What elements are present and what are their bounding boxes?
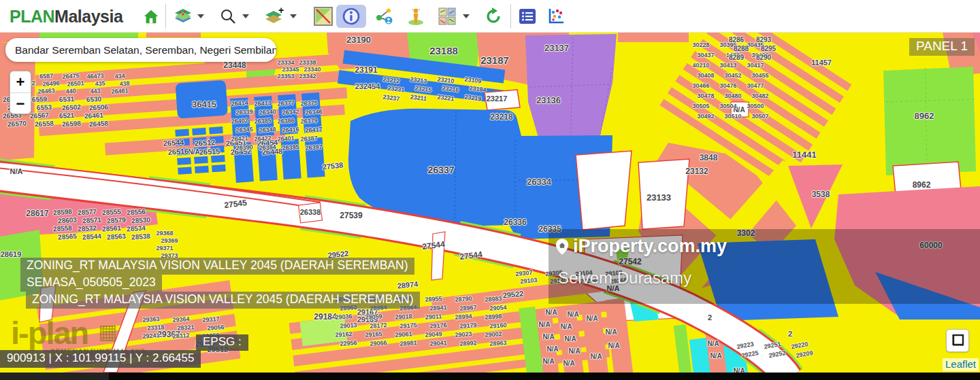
watermark-overlay: iProperty.com.my Selvem Durasamy <box>549 229 980 304</box>
svg-text:+: + <box>278 7 284 16</box>
add-layer-button[interactable]: + <box>263 5 286 28</box>
basemap-button[interactable] <box>312 5 335 28</box>
building-icon: ▦ <box>98 319 117 343</box>
share-network-icon <box>374 7 395 26</box>
location-pin-icon <box>555 238 569 256</box>
panel-grid-dropdown-caret[interactable] <box>463 14 470 18</box>
add-layer-icon: + <box>264 7 284 26</box>
refresh-button[interactable] <box>482 5 505 28</box>
toolbar-divider <box>510 4 511 29</box>
toolbar: PLANMalaysia <box>0 0 980 33</box>
panel-badge: PANEL 1 <box>909 38 975 56</box>
coordinates-readout: 900913 | X : 101.99115 | Y : 2.66455 <box>0 350 201 368</box>
share-network-button[interactable] <box>373 5 396 28</box>
search-dropdown-caret[interactable] <box>242 14 249 18</box>
home-icon <box>142 7 160 25</box>
layers-icon <box>173 7 193 26</box>
legend-overlay-2: SEMASA_050505_2023 <box>20 275 162 292</box>
leaflet-attribution[interactable]: Leaflet <box>943 358 979 371</box>
epsg-label: EPSG : <box>196 334 248 351</box>
iplan-logo: i-plan ▦ SEMENANJUNG MALAYS <box>11 318 88 348</box>
layers-button[interactable] <box>172 5 195 28</box>
street-view-icon <box>406 7 425 26</box>
bottom-bar-segment <box>0 373 109 380</box>
zoom-out-button[interactable]: − <box>10 92 31 114</box>
search-input[interactable]: Bandar Seremban Selatan, Seremban, Neger… <box>5 38 276 62</box>
zoning-map[interactable] <box>0 33 980 380</box>
zoom-control: + − <box>10 71 31 114</box>
chart-button[interactable] <box>544 5 568 28</box>
street-view-button[interactable] <box>404 5 427 28</box>
legend-overlay-1: ZONING_RT MALAYSIA VISION VALLEY 2045 (D… <box>20 258 414 275</box>
toolbar-divider <box>165 4 166 29</box>
legend-overlay-3: ZONING_RT MALAYSIA VISION VALLEY 2045 (D… <box>26 292 420 309</box>
chart-icon <box>546 7 566 26</box>
refresh-icon <box>484 7 503 26</box>
measure-icon <box>950 333 965 348</box>
basemap-icon <box>314 7 333 26</box>
legend-list-icon <box>518 7 537 26</box>
measure-button[interactable] <box>946 329 969 352</box>
search-icon <box>219 7 237 25</box>
add-layer-dropdown-caret[interactable] <box>290 14 297 18</box>
legend-list-button[interactable] <box>516 5 539 28</box>
iproperty-watermark: iProperty.com.my <box>555 236 727 257</box>
planmalaysia-logo: PLANMalaysia <box>10 7 122 27</box>
iplan-map-app: 2319023448231882318723137231362319123245… <box>0 0 980 380</box>
layers-dropdown-caret[interactable] <box>197 14 204 18</box>
identify-info-button[interactable] <box>336 5 366 28</box>
watermark-user: Selvem Durasamy <box>558 269 691 288</box>
bottom-bar <box>0 373 980 380</box>
panel-grid-icon <box>438 7 457 26</box>
search-tool-button[interactable] <box>216 5 240 28</box>
panel-grid-button[interactable] <box>436 5 459 28</box>
home-button[interactable] <box>140 5 163 28</box>
zoom-in-button[interactable]: + <box>10 71 31 92</box>
info-icon <box>342 7 361 26</box>
